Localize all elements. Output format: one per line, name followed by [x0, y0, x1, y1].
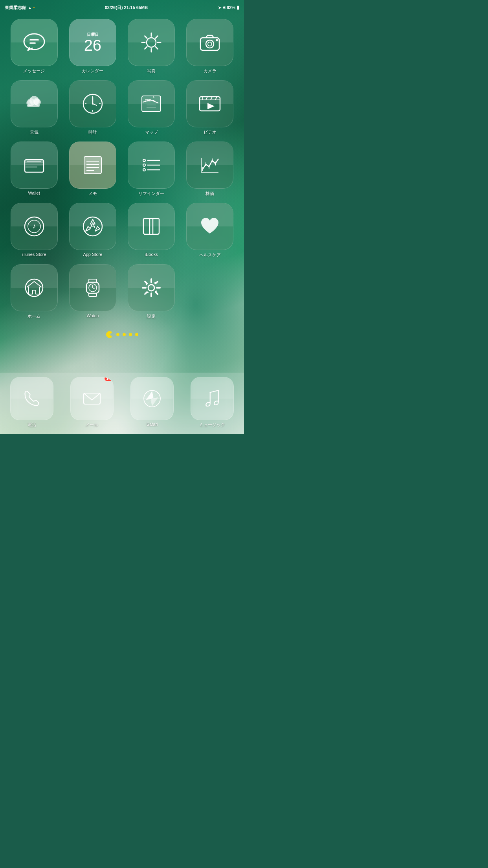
app-maps[interactable]: 280 マップ [124, 80, 179, 135]
svg-line-9 [156, 47, 158, 49]
app-home[interactable]: ホーム [6, 264, 62, 319]
app-reminders[interactable]: リマインダー [124, 142, 179, 197]
svg-line-8 [145, 36, 147, 39]
battery-icon: ▮ [237, 5, 239, 10]
svg-rect-45 [26, 164, 43, 166]
dock-music[interactable]: ミュージック [184, 377, 241, 428]
maps-icon: 280 [139, 91, 164, 116]
dock-mail-icon[interactable]: 140 [70, 377, 114, 420]
dock-music-icon[interactable] [191, 377, 234, 420]
app-wallet[interactable]: Wallet [6, 142, 62, 197]
svg-text:A: A [90, 221, 95, 230]
ibooks-icon [139, 214, 164, 239]
app-settings[interactable]: 設定 [124, 264, 179, 319]
app-camera[interactable]: カメラ [182, 19, 238, 74]
dock-phone-label: 電話 [28, 422, 36, 428]
wallet-icon [22, 153, 47, 178]
videos-icon [197, 91, 222, 116]
svg-point-0 [24, 34, 44, 50]
calendar-label: カレンダー [82, 68, 103, 74]
app-appstore[interactable]: A App Store [65, 203, 120, 258]
mail-icon [81, 388, 103, 410]
stocks-label: 株価 [205, 191, 214, 197]
app-weather[interactable]: 天気 [6, 80, 62, 135]
ibooks-label: iBooks [145, 252, 158, 257]
svg-point-13 [206, 40, 214, 48]
clock-icon [80, 91, 105, 116]
dock-mail-label: メール [85, 422, 98, 428]
app-notes[interactable]: メモ [65, 142, 120, 197]
svg-rect-2 [29, 42, 36, 44]
weather-label: 天気 [30, 129, 39, 135]
page-dots [0, 327, 244, 342]
dock-safari-wrap [130, 377, 174, 420]
page-dot-1 [106, 331, 113, 338]
camera-label: カメラ [204, 68, 216, 74]
health-icon [197, 214, 222, 239]
page-dot-4 [129, 333, 132, 336]
svg-text:280: 280 [145, 98, 151, 102]
notes-icon [80, 153, 105, 178]
camera-icon [197, 30, 222, 55]
status-left: 東郷柔志館 ▲ [5, 5, 35, 11]
messages-label: メッセージ [23, 68, 45, 74]
notes-label: メモ [88, 191, 97, 197]
svg-marker-41 [207, 103, 215, 109]
appstore-icon: A [80, 214, 105, 239]
datetime: 02/26(日) 21:15 [105, 5, 135, 10]
svg-line-91 [210, 390, 218, 392]
home-icon [22, 275, 47, 300]
home-label: ホーム [28, 313, 40, 319]
dock-phone[interactable]: 電話 [3, 377, 60, 428]
watch-icon [80, 275, 105, 300]
svg-point-52 [143, 159, 145, 162]
videos-label: ビデオ [204, 129, 216, 135]
phone-icon [21, 388, 43, 410]
app-messages[interactable]: メッセージ [6, 19, 62, 74]
svg-point-29 [92, 103, 94, 105]
itunes-icon: ♪ [22, 214, 47, 239]
page-dot-2 [116, 333, 119, 336]
app-grid: メッセージ 日曜日 26 カレンダー 写真 [0, 14, 244, 324]
music-icon [201, 388, 223, 410]
reminders-label: リマインダー [138, 191, 164, 197]
status-bar: 東郷柔志館 ▲ 02/26(日) 21:15 65MB ➤ ✱ 62% ▮ [0, 0, 244, 14]
app-health[interactable]: ヘルスケア [182, 203, 238, 258]
wifi-icon: ▲ [28, 6, 32, 10]
app-ibooks[interactable]: iBooks [124, 203, 179, 258]
app-watch[interactable]: Watch [65, 264, 120, 319]
settings-label: 設定 [147, 313, 156, 319]
app-photos[interactable]: 写真 [124, 19, 179, 74]
dock-music-label: ミュージック [199, 422, 225, 428]
settings-icon [139, 275, 164, 300]
dock-phone-wrap [10, 377, 53, 420]
dock-phone-icon[interactable] [10, 377, 53, 420]
dock-safari-icon[interactable] [130, 377, 174, 420]
app-stocks[interactable]: 株価 [182, 142, 238, 197]
app-itunes[interactable]: ♪ iTunes Store [6, 203, 62, 258]
svg-line-11 [145, 47, 147, 49]
weather-icon [22, 91, 47, 116]
svg-text:♪: ♪ [32, 222, 36, 230]
app-clock[interactable]: 時計 [65, 80, 120, 135]
health-label: ヘルスケア [199, 252, 221, 258]
app-calendar[interactable]: 日曜日 26 カレンダー [65, 19, 120, 74]
maps-label: マップ [145, 129, 158, 135]
battery-percent: 62% [227, 5, 235, 10]
svg-point-15 [216, 39, 218, 41]
svg-line-79 [93, 288, 95, 289]
reminders-icon [139, 153, 164, 178]
page-dot-3 [123, 333, 126, 336]
safari-icon [141, 388, 163, 410]
wallet-label: Wallet [28, 191, 40, 195]
app-videos[interactable]: ビデオ [182, 80, 238, 135]
watch-label: Watch [86, 313, 99, 318]
memory: 65MB [136, 5, 148, 10]
dock-mail[interactable]: 140 メール [63, 377, 120, 428]
dock-safari[interactable]: Safari [124, 377, 181, 428]
messages-icon [22, 30, 47, 55]
mail-badge: 140 [104, 377, 114, 381]
page-dot-5 [135, 333, 138, 336]
carrier-name: 東郷柔志館 [5, 5, 26, 11]
svg-point-56 [143, 169, 145, 171]
